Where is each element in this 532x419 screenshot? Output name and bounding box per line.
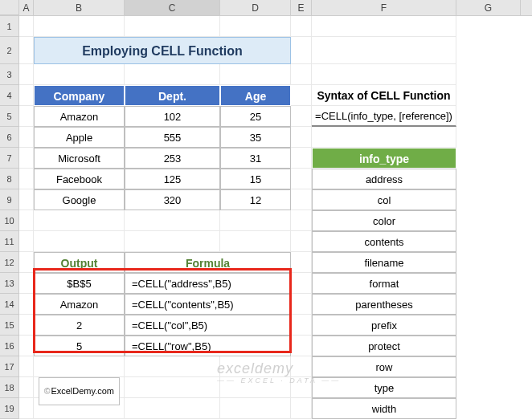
cell[interactable]	[125, 231, 220, 252]
table2-output[interactable]: $B$5	[34, 273, 125, 294]
infotype-item[interactable]: prefix	[312, 315, 456, 336]
table1-cell[interactable]: Microsoft	[34, 148, 125, 169]
table2-header-output[interactable]: Output	[34, 252, 125, 273]
cell[interactable]	[19, 106, 34, 127]
cell[interactable]	[19, 231, 34, 252]
table2-formula[interactable]: =CELL("address",B5)	[125, 273, 291, 294]
infotype-item[interactable]: width	[312, 398, 456, 419]
row-header-10[interactable]: 10	[0, 210, 19, 231]
cell[interactable]	[19, 294, 34, 315]
cell[interactable]	[19, 398, 34, 419]
col-header-a[interactable]: A	[19, 0, 34, 15]
cell[interactable]	[19, 16, 34, 37]
row-header-7[interactable]: 7	[0, 148, 19, 169]
table1-cell[interactable]: 15	[220, 169, 291, 189]
row-header-2[interactable]: 2	[0, 37, 19, 64]
footer-cell[interactable]: ©ExcelDemy.com	[34, 377, 125, 398]
infotype-item[interactable]: contents	[312, 231, 456, 252]
row-header-17[interactable]: 17	[0, 356, 19, 377]
cell[interactable]	[220, 16, 291, 37]
cell[interactable]	[291, 127, 312, 148]
table1-header-company[interactable]: Company	[34, 85, 125, 106]
cell[interactable]	[220, 356, 291, 377]
col-header-d[interactable]: D	[220, 0, 291, 15]
row-header-3[interactable]: 3	[0, 64, 19, 85]
cell[interactable]	[291, 377, 312, 398]
cell[interactable]	[291, 169, 312, 189]
table2-header-formula[interactable]: Formula	[125, 252, 291, 273]
select-all-corner[interactable]	[0, 0, 19, 15]
table1-cell[interactable]: 31	[220, 148, 291, 169]
row-header-18[interactable]: 18	[0, 377, 19, 398]
cell[interactable]	[34, 16, 125, 37]
row-header-9[interactable]: 9	[0, 189, 19, 210]
cell[interactable]	[34, 210, 125, 231]
cell[interactable]	[19, 85, 34, 106]
row-header-16[interactable]: 16	[0, 336, 19, 356]
cell[interactable]	[19, 37, 34, 64]
table1-cell[interactable]: Google	[34, 189, 125, 210]
cell[interactable]	[19, 169, 34, 189]
row-header-6[interactable]: 6	[0, 127, 19, 148]
row-header-19[interactable]: 19	[0, 398, 19, 419]
cell[interactable]	[291, 16, 312, 37]
cell[interactable]	[291, 64, 312, 85]
table2-output[interactable]: Amazon	[34, 294, 125, 315]
row-header-14[interactable]: 14	[0, 294, 19, 315]
col-header-f[interactable]: F	[312, 0, 456, 15]
cell[interactable]	[291, 189, 312, 210]
col-header-g[interactable]: G	[456, 0, 521, 15]
row-header-5[interactable]: 5	[0, 106, 19, 127]
cell[interactable]	[312, 37, 456, 64]
table2-formula[interactable]: =CELL("col",B5)	[125, 315, 291, 336]
infotype-item[interactable]: col	[312, 189, 456, 210]
cell[interactable]	[291, 294, 312, 315]
table1-cell[interactable]: Amazon	[34, 106, 125, 127]
table2-formula[interactable]: =CELL("contents",B5)	[125, 294, 291, 315]
table1-cell[interactable]: Apple	[34, 127, 125, 148]
cell[interactable]	[220, 210, 291, 231]
col-header-b[interactable]: B	[34, 0, 125, 15]
cell[interactable]	[19, 64, 34, 85]
cell[interactable]	[34, 398, 125, 419]
cell[interactable]	[220, 377, 291, 398]
row-header-13[interactable]: 13	[0, 273, 19, 294]
cell[interactable]	[19, 315, 34, 336]
infotype-item[interactable]: filename	[312, 252, 456, 273]
cell[interactable]	[291, 398, 312, 419]
cell[interactable]	[125, 356, 220, 377]
cell[interactable]	[291, 231, 312, 252]
infotype-item[interactable]: color	[312, 210, 456, 231]
table1-cell[interactable]: 320	[125, 189, 220, 210]
cell[interactable]	[125, 16, 220, 37]
infotype-item[interactable]: row	[312, 356, 456, 377]
cell[interactable]	[220, 64, 291, 85]
cell[interactable]	[19, 252, 34, 273]
table1-cell[interactable]: 253	[125, 148, 220, 169]
cell[interactable]	[312, 16, 456, 37]
cell[interactable]	[291, 356, 312, 377]
cell[interactable]	[19, 189, 34, 210]
cell[interactable]	[125, 377, 220, 398]
row-header-8[interactable]: 8	[0, 169, 19, 189]
cell[interactable]	[125, 210, 220, 231]
infotype-item[interactable]: parentheses	[312, 294, 456, 315]
col-header-e[interactable]: E	[291, 0, 312, 15]
cell[interactable]	[291, 252, 312, 273]
table1-cell[interactable]: 125	[125, 169, 220, 189]
cell[interactable]	[291, 85, 312, 106]
cell[interactable]	[34, 231, 125, 252]
cell[interactable]	[312, 64, 456, 85]
cell[interactable]	[291, 273, 312, 294]
table1-header-age[interactable]: Age	[220, 85, 291, 106]
cell[interactable]	[19, 127, 34, 148]
cell[interactable]	[19, 336, 34, 356]
cell[interactable]	[19, 210, 34, 231]
row-header-11[interactable]: 11	[0, 231, 19, 252]
cell[interactable]	[291, 148, 312, 169]
row-header-4[interactable]: 4	[0, 85, 19, 106]
cell[interactable]	[125, 64, 220, 85]
infotype-header[interactable]: info_type	[312, 148, 456, 169]
table2-formula[interactable]: =CELL("row",B5)	[125, 336, 291, 356]
infotype-item[interactable]: address	[312, 169, 456, 189]
